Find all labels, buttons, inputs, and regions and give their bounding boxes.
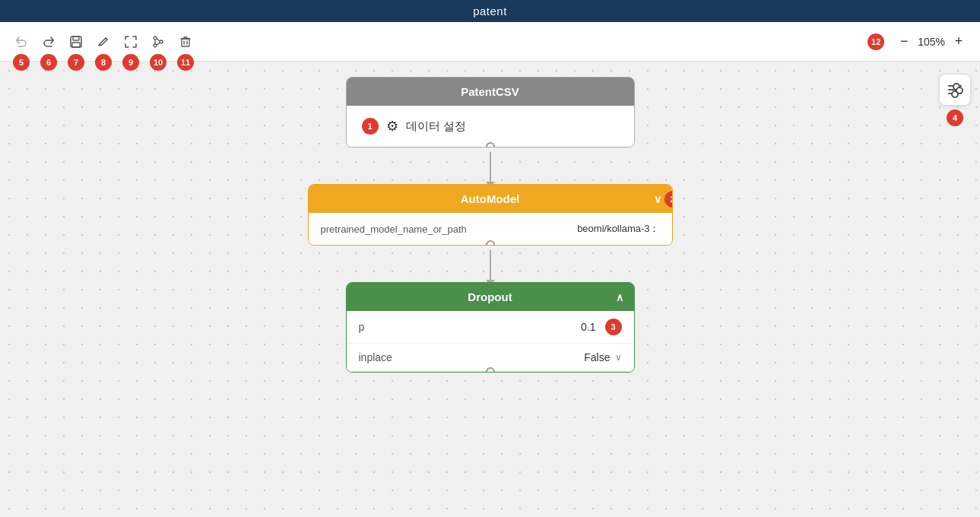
- gear-icon: ⚙: [386, 118, 398, 135]
- branch-button[interactable]: 10: [146, 30, 170, 54]
- zoom-value: 105%: [918, 36, 945, 48]
- zoom-controls: 12 − 105% +: [867, 33, 968, 51]
- redo-group: 6: [36, 30, 61, 54]
- delete-group: 11: [173, 30, 198, 54]
- fullscreen-group: 9: [119, 30, 143, 54]
- param-inplace-name: inplace: [359, 351, 585, 363]
- badge-11: 11: [177, 54, 194, 71]
- patent-csv-node[interactable]: PatentCSV 1 ⚙ 데이터 설정: [346, 77, 635, 147]
- save-group: 7: [64, 30, 88, 54]
- patent-csv-header: PatentCSV: [347, 78, 634, 106]
- auto-model-output-connector: [486, 240, 495, 246]
- title-bar: patent: [0, 0, 980, 22]
- badge-2: 2: [664, 191, 673, 208]
- param-row-p: p 0.1 3: [347, 311, 634, 344]
- badge-4: 4: [947, 109, 963, 126]
- toolbar: 5 6 7 8 9 10 11: [0, 22, 980, 62]
- dropout-node[interactable]: Dropout ∧ p 0.1 3 inplace False ∨: [346, 282, 635, 373]
- arrow-2: [490, 246, 491, 282]
- redo-button[interactable]: 6: [36, 30, 61, 54]
- badge-8: 8: [95, 54, 112, 71]
- badge-3: 3: [605, 319, 622, 335]
- auto-model-node[interactable]: AutoModel ∨ 2 pretrained_model_name_or_p…: [308, 184, 673, 246]
- svg-point-3: [154, 36, 157, 40]
- sliders-icon: [948, 85, 962, 94]
- auto-model-header: AutoModel ∨ 2: [309, 185, 672, 213]
- svg-point-4: [154, 44, 157, 47]
- undo-button[interactable]: 5: [9, 30, 33, 54]
- canvas: 4 PatentCSV 1 ⚙ 데이터 설정 AutoModel ∨: [0, 62, 980, 515]
- badge-7: 7: [68, 54, 84, 71]
- edit-group: 8: [91, 30, 116, 54]
- fullscreen-button[interactable]: 9: [119, 30, 143, 54]
- svg-rect-6: [182, 39, 189, 46]
- branch-group: 10: [146, 30, 170, 54]
- title-text: patent: [473, 5, 507, 17]
- flow-container: PatentCSV 1 ⚙ 데이터 설정 AutoModel ∨ 2 pretr: [308, 77, 673, 373]
- badge-1: 1: [362, 118, 379, 135]
- dropout-chevron[interactable]: ∧: [616, 291, 623, 303]
- edit-button[interactable]: 8: [91, 30, 116, 54]
- save-button[interactable]: 7: [64, 30, 88, 54]
- svg-point-5: [160, 40, 163, 43]
- badge-12: 12: [867, 33, 884, 50]
- svg-rect-2: [72, 43, 80, 47]
- arrow-1: [490, 147, 491, 184]
- zoom-in-button[interactable]: +: [950, 33, 968, 51]
- param-inplace-value[interactable]: False ∨: [584, 351, 621, 363]
- undo-group: 5: [9, 30, 33, 54]
- param-p-name: p: [359, 321, 582, 333]
- inplace-chevron-icon: ∨: [615, 352, 622, 363]
- patent-csv-output-connector: [486, 142, 495, 147]
- param-p-value: 0.1: [581, 321, 595, 333]
- delete-button[interactable]: 11: [173, 30, 198, 54]
- badge-6: 6: [40, 54, 57, 71]
- auto-model-chevron[interactable]: ∨: [654, 193, 661, 205]
- dropout-header: Dropout ∧: [347, 283, 634, 311]
- dropout-output-connector: [486, 367, 495, 373]
- badge-9: 9: [122, 54, 139, 71]
- badge-5: 5: [13, 54, 30, 71]
- zoom-out-button[interactable]: −: [895, 33, 913, 51]
- dropout-body: p 0.1 3 inplace False ∨: [347, 311, 634, 372]
- panel-button[interactable]: 4: [939, 74, 971, 106]
- badge-10: 10: [150, 54, 167, 71]
- patent-csv-body: 1 ⚙ 데이터 설정: [347, 106, 634, 147]
